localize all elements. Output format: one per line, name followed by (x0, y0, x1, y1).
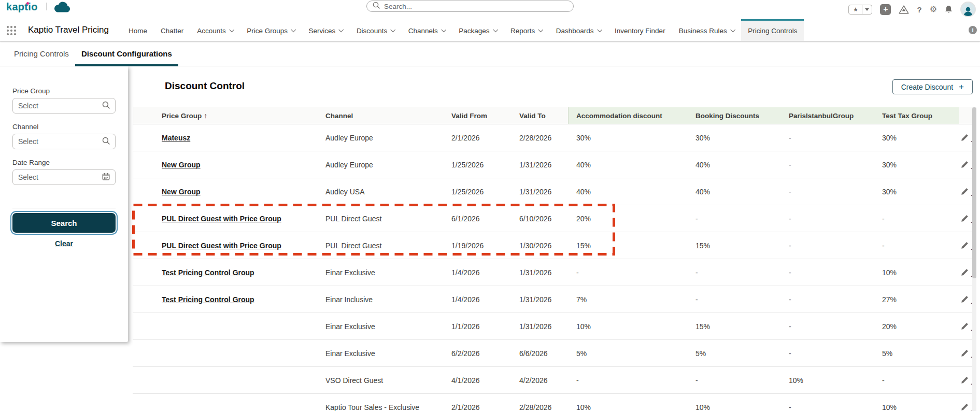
nav-tab-discounts[interactable]: Discounts (350, 19, 402, 41)
test-tax-group-value: - (882, 242, 959, 250)
edit-icon[interactable] (959, 267, 970, 278)
column-header-booking-discounts[interactable]: Booking Discounts (695, 112, 789, 120)
valid-from-value: 6/2/2026 (451, 349, 519, 358)
column-header-channel[interactable]: Channel (325, 112, 451, 120)
nav-tab-packages[interactable]: Packages (452, 19, 504, 41)
clear-button[interactable]: Clear (55, 239, 73, 248)
global-add-icon[interactable]: + (880, 4, 891, 15)
price-group-input[interactable] (18, 102, 99, 110)
valid-from-value: 1/19/2026 (451, 242, 519, 250)
edit-icon[interactable] (959, 348, 970, 359)
nav-tab-label: Reports (510, 27, 535, 35)
channel-value: Audley USA (325, 188, 451, 196)
column-header-valid-to[interactable]: Valid To (519, 112, 576, 120)
setup-gear-icon[interactable]: ⚙ (930, 5, 937, 13)
price-group-link[interactable]: PUL Direct Guest with Price Group (162, 215, 281, 223)
chevron-down-icon (291, 27, 296, 32)
edit-icon[interactable] (959, 321, 970, 332)
help-icon[interactable]: ? (917, 5, 921, 14)
favorites-star-icon[interactable]: ★ (849, 5, 862, 14)
edit-icon[interactable] (959, 294, 970, 305)
subtab-discount-configurations[interactable]: Discount Configurations (75, 41, 178, 66)
nav-tab-accounts[interactable]: Accounts (190, 19, 240, 41)
accommodation-discount-value: 5% (576, 349, 695, 358)
app-launcher-icon[interactable] (7, 26, 16, 35)
nav-tab-chatter[interactable]: Chatter (154, 19, 190, 41)
notifications-bell-icon[interactable] (945, 5, 953, 13)
price-group-link[interactable]: PUL Direct Guest with Price Group (162, 242, 281, 250)
booking-discounts-value: 10% (695, 403, 789, 411)
price-group-link[interactable]: Mateusz (162, 134, 190, 142)
scrollbar-thumb[interactable] (972, 107, 976, 278)
table-row: PUL Direct Guest with Price Group PUL Di… (133, 232, 972, 259)
nav-tab-label: Home (129, 27, 147, 35)
chevron-down-icon (441, 27, 446, 32)
price-group-select[interactable] (12, 98, 116, 114)
nav-tab-reports[interactable]: Reports (504, 19, 549, 41)
price-group-link[interactable]: Test Pricing Control Group (162, 268, 254, 277)
nav-tab-business-rules[interactable]: Business Rules (672, 19, 742, 41)
global-search[interactable] (366, 1, 574, 12)
global-search-input[interactable] (384, 3, 567, 10)
valid-to-value: 6/10/2026 (519, 215, 576, 223)
edit-icon[interactable] (959, 132, 970, 144)
subtab-pricing-controls[interactable]: Pricing Controls (8, 41, 75, 66)
booking-discounts-value: 40% (695, 161, 789, 169)
test-tax-group-value: - (882, 376, 959, 385)
parisistanbulgroup-value: 10% (789, 376, 882, 385)
booking-discounts-value: - (695, 268, 789, 277)
nav-tab-services[interactable]: Services (302, 19, 350, 41)
table-row: Einar Exclusive 6/2/2026 6/6/2026 5% 5% … (133, 340, 972, 367)
column-header-valid-from[interactable]: Valid From (451, 112, 519, 120)
favorites-button: ★ (848, 5, 872, 15)
info-icon[interactable]: i (969, 26, 977, 34)
booking-discounts-value: 5% (695, 349, 789, 358)
nav-tab-label: Dashboards (556, 27, 594, 35)
test-tax-group-value: 27% (882, 295, 959, 304)
date-range-input[interactable] (18, 173, 99, 181)
edit-icon[interactable] (959, 402, 970, 411)
edit-icon[interactable] (959, 186, 970, 197)
channel-input[interactable] (18, 137, 99, 146)
table-row: Kaptio Tour Sales - Exclusive 2/1/2026 2… (133, 394, 972, 411)
edit-icon[interactable] (959, 240, 970, 251)
nav-tab-label: Pricing Controls (748, 27, 797, 35)
column-header-test-tax-group[interactable]: Test Tax Group (882, 112, 959, 120)
search-button[interactable]: Search (12, 213, 116, 233)
nav-tab-channels[interactable]: Channels (402, 19, 452, 41)
table-row: Mateusz Audley Europe 2/1/2026 2/28/2026… (133, 124, 972, 151)
table-scrollbar[interactable] (972, 107, 976, 411)
nav-tab-pricing-controls[interactable]: Pricing Controls (741, 19, 804, 41)
nav-tab-home[interactable]: Home (122, 19, 154, 41)
create-discount-label: Create Discount (901, 83, 953, 91)
edit-icon[interactable] (959, 213, 970, 224)
date-range-select[interactable] (12, 169, 116, 185)
edit-icon[interactable] (959, 375, 970, 386)
column-header-accommodation-discount[interactable]: Accommodation discount (576, 112, 695, 120)
nav-tab-label: Services (309, 27, 336, 35)
nav-tab-label: Chatter (161, 27, 183, 35)
column-header-parisistanbulgroup[interactable]: ParisIstanbulGroup (789, 112, 882, 120)
edit-icon[interactable] (959, 159, 970, 171)
chevron-down-icon (339, 27, 344, 32)
price-group-link[interactable]: New Group (162, 161, 201, 169)
kaptio-logo: kaptio (6, 1, 38, 13)
valid-to-value: 1/31/2026 (519, 322, 576, 331)
favorites-caret-icon[interactable] (862, 5, 872, 14)
plus-icon: + (959, 82, 964, 91)
column-header-price-group[interactable]: Price Group↑ (162, 112, 325, 120)
nav-tab-dashboards[interactable]: Dashboards (549, 19, 608, 41)
nav-tab-price-groups[interactable]: Price Groups (240, 19, 302, 41)
avatar[interactable] (960, 2, 976, 17)
trailhead-icon[interactable] (899, 5, 909, 14)
price-group-link[interactable]: New Group (162, 188, 201, 196)
app-name: Kaptio Travel Pricing (28, 25, 109, 35)
table-body: Mateusz Audley Europe 2/1/2026 2/28/2026… (133, 124, 972, 411)
table-row: New Group Audley Europe 1/25/2026 1/31/2… (133, 151, 972, 178)
test-tax-group-value: 5% (882, 349, 959, 358)
channel-select[interactable] (12, 134, 116, 149)
create-discount-button[interactable]: Create Discount + (892, 79, 973, 94)
channel-value: Kaptio Tour Sales - Exclusive (325, 403, 451, 411)
price-group-link[interactable]: Test Pricing Control Group (162, 295, 254, 304)
nav-tab-inventory-finder[interactable]: Inventory Finder (608, 19, 672, 41)
